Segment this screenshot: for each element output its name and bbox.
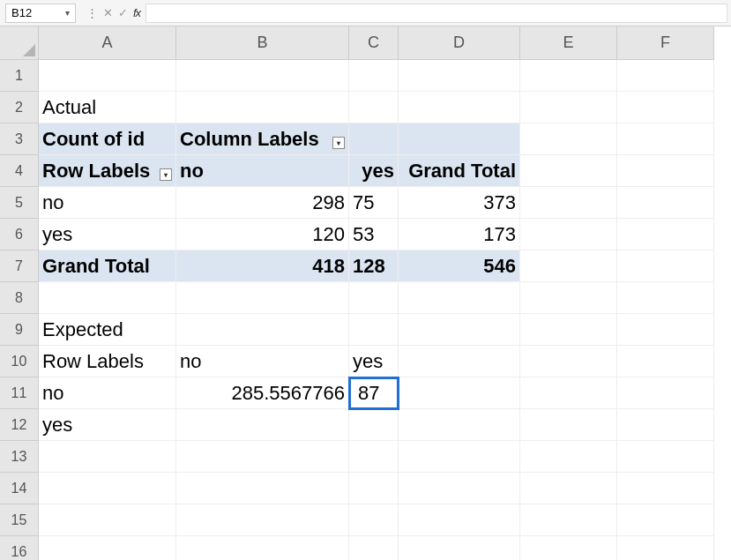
cell-D3[interactable]: [399, 123, 520, 155]
cell-F12[interactable]: [617, 409, 714, 441]
cell-D9[interactable]: [399, 314, 520, 346]
cell-F6[interactable]: [617, 219, 714, 250]
row-header-4[interactable]: 4: [0, 155, 39, 187]
cell-C15[interactable]: [349, 504, 399, 536]
cell-A11[interactable]: no: [39, 377, 176, 409]
col-header-E[interactable]: E: [520, 26, 617, 60]
cell-C10[interactable]: yes: [349, 346, 399, 377]
cell-A1[interactable]: [39, 60, 176, 92]
cell-C9[interactable]: [349, 314, 399, 346]
cell-A9[interactable]: Expected: [39, 314, 176, 346]
row-header-8[interactable]: 8: [0, 282, 39, 314]
filter-dropdown-icon[interactable]: ▾: [332, 137, 345, 149]
cell-E16[interactable]: [520, 536, 617, 560]
cell-C14[interactable]: [349, 473, 399, 504]
cell-F7[interactable]: [617, 250, 714, 282]
cell-A13[interactable]: [39, 441, 176, 473]
cell-F14[interactable]: [617, 473, 714, 504]
col-header-A[interactable]: A: [39, 26, 176, 60]
cell-D16[interactable]: [399, 536, 520, 560]
cell-D13[interactable]: [399, 441, 520, 473]
cell-F1[interactable]: [617, 60, 714, 92]
row-header-16[interactable]: 16: [0, 536, 39, 560]
cell-E9[interactable]: [520, 314, 617, 346]
cell-B2[interactable]: [176, 92, 349, 123]
fx-label[interactable]: fx: [133, 6, 140, 19]
row-header-1[interactable]: 1: [0, 60, 39, 92]
cell-A4[interactable]: Row Labels ▾: [39, 155, 176, 187]
select-all-corner[interactable]: [0, 26, 39, 60]
cell-A15[interactable]: [39, 504, 176, 536]
cell-F3[interactable]: [617, 123, 714, 155]
col-header-C[interactable]: C: [349, 26, 399, 60]
cell-E11[interactable]: [520, 377, 617, 409]
cell-B9[interactable]: [176, 314, 349, 346]
cell-D1[interactable]: [399, 60, 520, 92]
cell-A12[interactable]: yes: [39, 409, 176, 441]
filter-dropdown-icon[interactable]: ▾: [160, 168, 172, 181]
cell-B15[interactable]: [176, 504, 349, 536]
cell-C5[interactable]: 75: [349, 187, 399, 219]
cell-A10[interactable]: Row Labels: [39, 346, 176, 377]
col-header-B[interactable]: B: [176, 26, 349, 60]
cell-A8[interactable]: [39, 282, 176, 314]
row-header-9[interactable]: 9: [0, 314, 39, 346]
cell-B1[interactable]: [176, 60, 349, 92]
cell-B4[interactable]: no: [176, 155, 349, 187]
cell-E4[interactable]: [520, 155, 617, 187]
cell-C1[interactable]: [349, 60, 399, 92]
row-header-15[interactable]: 15: [0, 504, 39, 536]
cell-B16[interactable]: [176, 536, 349, 560]
cell-A14[interactable]: [39, 473, 176, 504]
cell-F10[interactable]: [617, 346, 714, 377]
row-header-12[interactable]: 12: [0, 409, 39, 441]
cell-C13[interactable]: [349, 441, 399, 473]
cell-B3[interactable]: Column Labels ▾: [176, 123, 349, 155]
cell-E2[interactable]: [520, 92, 617, 123]
cell-F11[interactable]: [617, 377, 714, 409]
cell-D5[interactable]: 373: [399, 187, 520, 219]
cell-A6[interactable]: yes: [39, 219, 176, 250]
cell-C16[interactable]: [349, 536, 399, 560]
cell-E7[interactable]: [520, 250, 617, 282]
cell-D6[interactable]: 173: [399, 219, 520, 250]
confirm-icon[interactable]: ✓: [118, 6, 128, 19]
cell-B7[interactable]: 418: [176, 250, 349, 282]
cell-F8[interactable]: [617, 282, 714, 314]
cell-B11[interactable]: 285.5567766: [176, 377, 349, 409]
row-header-13[interactable]: 13: [0, 441, 39, 473]
cell-A3[interactable]: Count of id: [39, 123, 176, 155]
cell-C2[interactable]: [349, 92, 399, 123]
cell-A7[interactable]: Grand Total: [39, 250, 176, 282]
cell-A5[interactable]: no: [39, 187, 176, 219]
cell-E8[interactable]: [520, 282, 617, 314]
formula-input[interactable]: [145, 4, 727, 23]
cancel-icon[interactable]: ✕: [103, 6, 113, 19]
cell-B14[interactable]: [176, 473, 349, 504]
cell-D8[interactable]: [399, 282, 520, 314]
cell-C6[interactable]: 53: [349, 219, 399, 250]
cell-A2[interactable]: Actual: [39, 92, 176, 123]
row-header-3[interactable]: 3: [0, 123, 39, 155]
cell-F9[interactable]: [617, 314, 714, 346]
cell-B5[interactable]: 298: [176, 187, 349, 219]
cell-F4[interactable]: [617, 155, 714, 187]
cell-F15[interactable]: [617, 504, 714, 536]
cell-E6[interactable]: [520, 219, 617, 250]
cell-D4[interactable]: Grand Total: [399, 155, 520, 187]
cell-C4[interactable]: yes: [349, 155, 399, 187]
cell-B12[interactable]: [176, 409, 349, 441]
row-header-2[interactable]: 2: [0, 92, 39, 123]
cell-B10[interactable]: no: [176, 346, 349, 377]
cell-E13[interactable]: [520, 441, 617, 473]
name-box[interactable]: B12 ▾: [5, 4, 76, 23]
cell-E1[interactable]: [520, 60, 617, 92]
row-header-11[interactable]: 11: [0, 377, 39, 409]
cell-E12[interactable]: [520, 409, 617, 441]
cell-E3[interactable]: [520, 123, 617, 155]
cell-A16[interactable]: [39, 536, 176, 560]
cell-D11[interactable]: [399, 377, 520, 409]
cell-F16[interactable]: [617, 536, 714, 560]
cell-D12[interactable]: [399, 409, 520, 441]
cell-C3[interactable]: [349, 123, 399, 155]
